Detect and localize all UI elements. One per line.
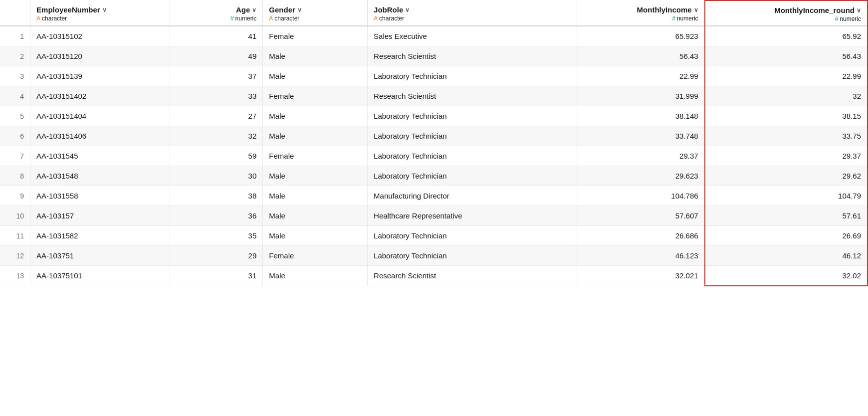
cell-age: 27: [170, 106, 262, 126]
cell-monthly-income-round: 104.79: [705, 186, 868, 206]
table-row: 13AA-1037510131MaleResearch Scientist32.…: [0, 266, 868, 286]
column-label-monthly_income_r: MonthlyIncome_round: [774, 6, 855, 14]
row-number: 3: [0, 66, 30, 86]
table-row: 10AA-10315736MaleHealthcare Representati…: [0, 206, 868, 226]
cell-age: 59: [170, 146, 262, 166]
row-number: 13: [0, 266, 30, 286]
column-header-age[interactable]: Age ∨#numeric: [170, 0, 262, 26]
row-number: 8: [0, 166, 30, 186]
row-number: 9: [0, 186, 30, 206]
row-number: 10: [0, 206, 30, 226]
cell-age: 31: [170, 266, 262, 286]
row-number: 1: [0, 26, 30, 46]
sort-arrow-job_role[interactable]: ∨: [405, 6, 410, 13]
cell-monthly-income: 31.999: [577, 86, 704, 106]
column-header-monthly_income_r[interactable]: MonthlyIncome_round ∨#numeric: [705, 0, 868, 26]
cell-monthly-income-round: 22.99: [705, 66, 868, 86]
table-row: 5AA-10315140427MaleLaboratory Technician…: [0, 106, 868, 126]
cell-monthly-income: 32.021: [577, 266, 704, 286]
data-table: EmployeeNumber ∨AcharacterAge ∨#numericG…: [0, 0, 868, 286]
cell-age: 33: [170, 86, 262, 106]
cell-age: 35: [170, 226, 262, 246]
type-label-monthly_income_r: numeric: [840, 15, 861, 22]
cell-gender: Male: [263, 46, 368, 66]
sort-arrow-monthly_income[interactable]: ∨: [694, 6, 698, 13]
cell-monthly-income: 57.607: [577, 206, 704, 226]
cell-gender: Male: [263, 186, 368, 206]
table-row: 3AA-1031513937MaleLaboratory Technician2…: [0, 66, 868, 86]
sort-arrow-employee_number[interactable]: ∨: [102, 6, 107, 13]
cell-job-role: Laboratory Technician: [368, 106, 577, 126]
cell-employee-number: AA-103157: [30, 206, 170, 226]
cell-monthly-income-round: 33.75: [705, 126, 868, 146]
cell-age: 29: [170, 246, 262, 266]
cell-gender: Male: [263, 126, 368, 146]
cell-monthly-income-round: 26.69: [705, 226, 868, 246]
column-header-employee_number[interactable]: EmployeeNumber ∨Acharacter: [30, 0, 170, 26]
table-row: 11AA-103158235MaleLaboratory Technician2…: [0, 226, 868, 246]
cell-employee-number: AA-10315102: [30, 26, 170, 46]
column-label-employee_number: EmployeeNumber: [36, 5, 100, 14]
column-label-monthly_income: MonthlyIncome: [637, 5, 692, 14]
sort-arrow-age[interactable]: ∨: [252, 6, 256, 13]
cell-monthly-income: 26.686: [577, 226, 704, 246]
cell-job-role: Laboratory Technician: [368, 226, 577, 246]
column-header-monthly_income[interactable]: MonthlyIncome ∨#numeric: [577, 0, 704, 26]
column-header-gender[interactable]: Gender ∨Acharacter: [263, 0, 368, 26]
cell-monthly-income-round: 56.43: [705, 46, 868, 66]
cell-age: 36: [170, 206, 262, 226]
table-row: 12AA-10375129FemaleLaboratory Technician…: [0, 246, 868, 266]
cell-monthly-income-round: 32: [705, 86, 868, 106]
type-label-age: numeric: [235, 15, 257, 22]
cell-age: 30: [170, 166, 262, 186]
cell-monthly-income: 29.623: [577, 166, 704, 186]
column-header-job_role[interactable]: JobRole ∨Acharacter: [368, 0, 577, 26]
table-row: 6AA-10315140632MaleLaboratory Technician…: [0, 126, 868, 146]
cell-employee-number: AA-1031548: [30, 166, 170, 186]
cell-monthly-income-round: 29.37: [705, 146, 868, 166]
row-number: 4: [0, 86, 30, 106]
cell-job-role: Laboratory Technician: [368, 146, 577, 166]
type-label-employee_number: character: [42, 15, 67, 22]
row-number: 7: [0, 146, 30, 166]
cell-gender: Female: [263, 26, 368, 46]
cell-job-role: Healthcare Representative: [368, 206, 577, 226]
cell-job-role: Research Scientist: [368, 86, 577, 106]
cell-employee-number: AA-1031545: [30, 146, 170, 166]
cell-monthly-income: 38.148: [577, 106, 704, 126]
cell-employee-number: AA-103151402: [30, 86, 170, 106]
type-symbol-monthly_income_r: #: [835, 15, 839, 22]
cell-job-role: Laboratory Technician: [368, 246, 577, 266]
cell-monthly-income: 29.37: [577, 146, 704, 166]
cell-monthly-income: 65.923: [577, 26, 704, 46]
cell-monthly-income: 56.43: [577, 46, 704, 66]
cell-employee-number: AA-103151406: [30, 126, 170, 146]
row-number: 5: [0, 106, 30, 126]
cell-employee-number: AA-10375101: [30, 266, 170, 286]
cell-monthly-income-round: 46.12: [705, 246, 868, 266]
table-row: 8AA-103154830MaleLaboratory Technician29…: [0, 166, 868, 186]
cell-job-role: Research Scientist: [368, 46, 577, 66]
cell-employee-number: AA-10315139: [30, 66, 170, 86]
cell-job-role: Laboratory Technician: [368, 126, 577, 146]
row-number: 12: [0, 246, 30, 266]
cell-age: 37: [170, 66, 262, 86]
cell-monthly-income: 22.99: [577, 66, 704, 86]
cell-monthly-income-round: 29.62: [705, 166, 868, 186]
table-row: 2AA-1031512049MaleResearch Scientist56.4…: [0, 46, 868, 66]
cell-employee-number: AA-103151404: [30, 106, 170, 126]
column-label-age: Age: [236, 5, 250, 14]
sort-arrow-gender[interactable]: ∨: [297, 6, 302, 13]
cell-monthly-income: 46.123: [577, 246, 704, 266]
sort-arrow-monthly_income_r[interactable]: ∨: [857, 7, 861, 14]
row-number: 6: [0, 126, 30, 146]
cell-monthly-income-round: 65.92: [705, 26, 868, 46]
type-label-job_role: character: [379, 15, 404, 22]
row-number: 11: [0, 226, 30, 246]
row-number: 2: [0, 46, 30, 66]
cell-gender: Male: [263, 206, 368, 226]
cell-employee-number: AA-1031582: [30, 226, 170, 246]
table-row: 1AA-1031510241FemaleSales Executive65.92…: [0, 26, 868, 46]
table-row: 9AA-103155838MaleManufacturing Director1…: [0, 186, 868, 206]
cell-gender: Male: [263, 166, 368, 186]
